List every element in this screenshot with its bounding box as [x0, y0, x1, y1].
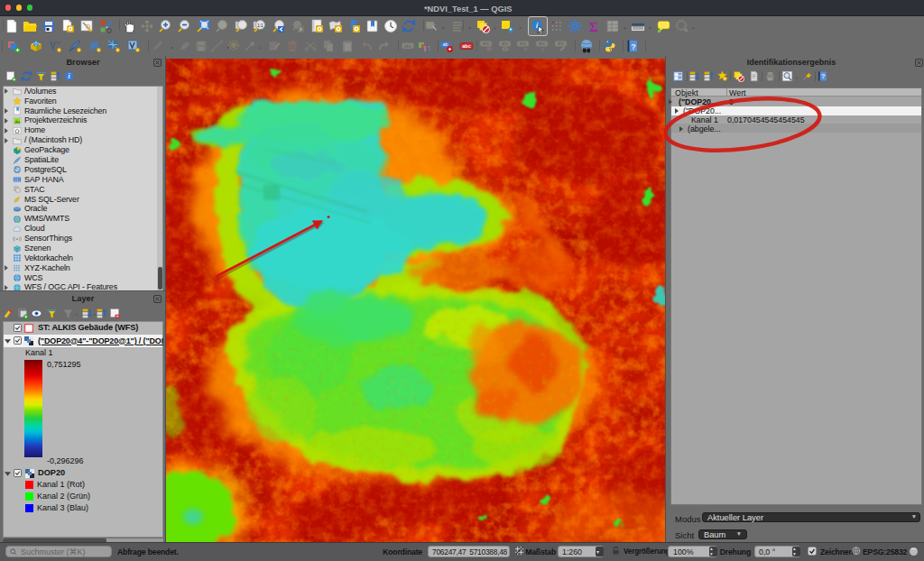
svg-text:?: ? — [631, 42, 636, 51]
svg-text:i: i — [69, 72, 70, 80]
svg-text:abc: abc — [462, 43, 470, 49]
svg-text:1:1: 1:1 — [257, 23, 263, 28]
svg-text:?: ? — [821, 73, 826, 81]
svg-text:Σ: Σ — [589, 20, 598, 34]
svg-text:abc: abc — [520, 41, 527, 46]
svg-text:abc: abc — [404, 43, 412, 49]
svg-text:abc: abc — [538, 41, 545, 46]
svg-text:abc: abc — [501, 41, 508, 46]
svg-text:ab: ab — [442, 41, 448, 47]
svg-text:abc: abc — [557, 41, 564, 46]
svg-text:abc: abc — [483, 41, 490, 46]
